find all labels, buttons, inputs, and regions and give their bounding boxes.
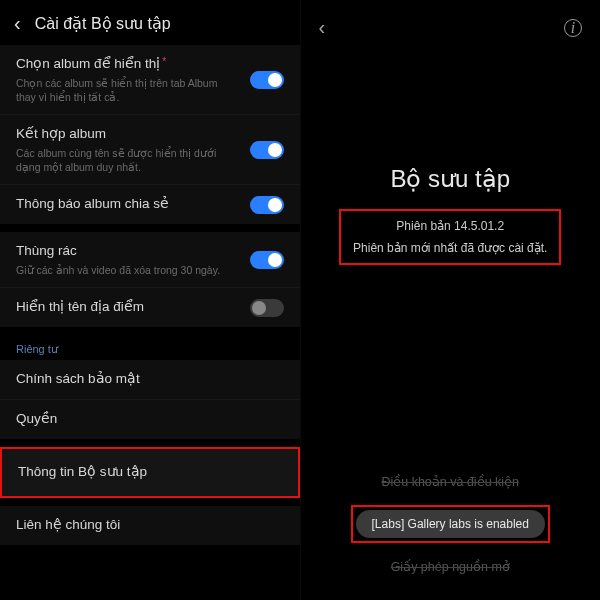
- toggle-merge-albums[interactable]: [250, 141, 284, 159]
- row-title-label: Thông báo album chia sẻ: [16, 195, 240, 214]
- labs-toast: [Labs] Gallery labs is enabled: [356, 510, 545, 538]
- row-shared-album-notify[interactable]: Thông báo album chia sẻ: [0, 184, 300, 224]
- row-sub-label: Giữ các ảnh và video đã xóa trong 30 ngà…: [16, 263, 240, 277]
- link-open-source[interactable]: Giấy phép nguồn mở: [301, 559, 601, 574]
- row-title-label: Quyền: [16, 410, 57, 429]
- version-highlight: Phiên bản 14.5.01.2 Phiên bản mới nhất đ…: [339, 209, 561, 265]
- toggle-location-name[interactable]: [250, 299, 284, 317]
- settings-content: Chọn album để hiển thị* Chọn các album s…: [0, 45, 300, 600]
- row-merge-albums[interactable]: Kết hợp album Các album cùng tên sẽ được…: [0, 114, 300, 184]
- row-albums-to-show[interactable]: Chọn album để hiển thị* Chọn các album s…: [0, 45, 300, 114]
- row-location-name[interactable]: Hiển thị tên địa điểm: [0, 287, 300, 327]
- row-title-label: Liên hệ chúng tôi: [16, 516, 120, 535]
- about-panel: ‹ i Bộ sưu tập Phiên bản 14.5.01.2 Phiên…: [301, 0, 601, 600]
- row-trash[interactable]: Thùng rác Giữ các ảnh và video đã xóa tr…: [0, 232, 300, 287]
- row-sub-label: Chọn các album sẽ hiển thị trên tab Albu…: [16, 76, 240, 104]
- about-row-highlight: Thông tin Bộ sưu tập: [0, 447, 300, 498]
- settings-header: ‹ Cài đặt Bộ sưu tập: [0, 0, 300, 45]
- privacy-section-label: Riêng tư: [0, 335, 300, 360]
- about-header: ‹ i: [301, 0, 601, 55]
- update-status: Phiên bản mới nhất đã được cài đặt.: [353, 241, 547, 255]
- toggle-albums-to-show[interactable]: [250, 71, 284, 89]
- row-title-label: Thông tin Bộ sưu tập: [18, 463, 147, 482]
- asterisk-icon: *: [162, 56, 166, 67]
- row-title-label: Hiển thị tên địa điểm: [16, 298, 240, 317]
- settings-group-privacy: Chính sách bảo mật Quyền: [0, 360, 300, 439]
- row-privacy-policy[interactable]: Chính sách bảo mật: [0, 360, 300, 399]
- back-icon[interactable]: ‹: [14, 12, 21, 35]
- settings-group-contact: Liên hệ chúng tôi: [0, 506, 300, 545]
- back-icon[interactable]: ‹: [319, 16, 326, 39]
- settings-group-1: Chọn album để hiển thị* Chọn các album s…: [0, 45, 300, 224]
- link-terms[interactable]: Điều khoản và điều kiện: [301, 474, 601, 489]
- row-title-label: Thùng rác: [16, 242, 240, 261]
- row-title-label: Chính sách bảo mật: [16, 370, 140, 389]
- info-icon[interactable]: i: [564, 19, 582, 37]
- settings-group-2: Thùng rác Giữ các ảnh và video đã xóa tr…: [0, 232, 300, 327]
- settings-panel: ‹ Cài đặt Bộ sưu tập Chọn album để hiển …: [0, 0, 301, 600]
- row-sub-label: Các album cùng tên sẽ được hiển thị dưới…: [16, 146, 240, 174]
- row-title-label: Kết hợp album: [16, 125, 240, 144]
- toast-highlight: [Labs] Gallery labs is enabled: [351, 505, 550, 543]
- version-text: Phiên bản 14.5.01.2: [353, 219, 547, 233]
- toggle-shared-album-notify[interactable]: [250, 196, 284, 214]
- about-center: Bộ sưu tập Phiên bản 14.5.01.2 Phiên bản…: [301, 55, 601, 265]
- settings-title: Cài đặt Bộ sưu tập: [35, 14, 171, 33]
- app-name: Bộ sưu tập: [301, 165, 601, 193]
- row-permissions[interactable]: Quyền: [0, 399, 300, 439]
- row-contact-us[interactable]: Liên hệ chúng tôi: [0, 506, 300, 545]
- about-bottom-links: Điều khoản và điều kiện [Labs] Gallery l…: [301, 464, 601, 584]
- row-title-label: Chọn album để hiển thị: [16, 56, 160, 71]
- toggle-trash[interactable]: [250, 251, 284, 269]
- row-about-gallery[interactable]: Thông tin Bộ sưu tập: [2, 449, 298, 496]
